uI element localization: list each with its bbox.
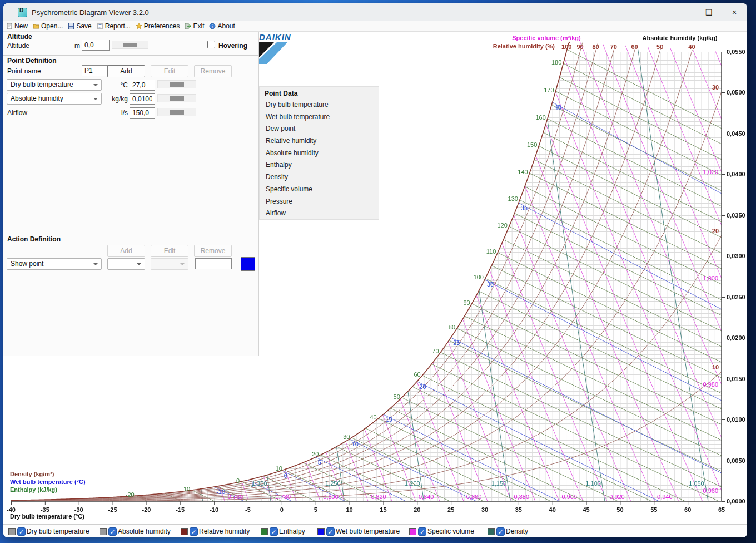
- enthalpy-axis-title: Enthalpy (kJ/kg): [10, 486, 57, 493]
- new-file-icon: [6, 23, 13, 29]
- density-checkbox[interactable]: ✓: [496, 527, 505, 536]
- action-definition-header: Action Definition: [7, 235, 61, 243]
- menu-report[interactable]: Report...: [97, 22, 131, 30]
- action-type-select[interactable]: Show point: [7, 258, 102, 270]
- coordinate1-unit: °C: [108, 81, 128, 89]
- report-icon: [97, 23, 103, 29]
- save-icon: [68, 23, 74, 29]
- point-data-item: Pressure: [260, 196, 379, 208]
- legend-wet-bulb: ✓ Wet bulb temperature: [317, 525, 400, 537]
- coordinate2-select[interactable]: Absolute humidity: [7, 93, 102, 105]
- dry-bulb-color-swatch: [8, 528, 16, 535]
- control-panel: Altitude Altitude m Hovering Point Defin…: [3, 32, 259, 356]
- action-color-swatch[interactable]: [241, 257, 255, 271]
- wet-bulb-checkbox[interactable]: ✓: [326, 527, 335, 536]
- altitude-label: Altitude: [7, 42, 29, 50]
- x-axis-title: Dry bulb temperature (°C): [10, 513, 84, 520]
- chevron-down-icon: [137, 263, 141, 265]
- coordinate2-slider[interactable]: [157, 94, 196, 102]
- coordinate1-select[interactable]: Dry bulb temperature: [7, 79, 102, 91]
- coordinate1-slider[interactable]: [157, 80, 196, 88]
- action-target-select[interactable]: [151, 258, 188, 270]
- legend-density: ✓ Density: [488, 525, 528, 537]
- remove-point-button[interactable]: Remove: [194, 65, 232, 77]
- airflow-unit: l/s: [108, 109, 128, 117]
- menu-open[interactable]: Open...: [33, 22, 63, 30]
- point-definition-header: Point Definition: [7, 57, 57, 65]
- svg-text:i: i: [212, 24, 213, 29]
- legend-dry-bulb: ✓ Dry bulb temperature: [8, 525, 89, 537]
- specific-volume-checkbox[interactable]: ✓: [418, 527, 426, 536]
- window-title: Psychrometric Diagram Viewer 3.2.0: [32, 8, 149, 17]
- enthalpy-color-swatch: [261, 528, 268, 535]
- daikin-logo: DAIKIN: [259, 32, 300, 63]
- altitude-header: Altitude: [7, 33, 32, 41]
- coordinate2-unit: kg/kg: [108, 95, 128, 103]
- wet-bulb-color-swatch: [317, 528, 325, 535]
- chevron-down-icon: [93, 263, 98, 265]
- menu-exit[interactable]: Exit: [185, 22, 204, 30]
- about-icon: i: [209, 23, 216, 29]
- menu-bar: New Open... Save Report... Preferences E…: [3, 21, 747, 32]
- menu-about[interactable]: i About: [209, 22, 235, 30]
- point-data-item: Specific volume: [260, 184, 379, 196]
- action-point-select[interactable]: [107, 258, 145, 270]
- legend-absolute-humidity: ✓ Absolute humidity: [100, 525, 171, 537]
- point-name-input[interactable]: [82, 65, 108, 76]
- altitude-unit: m: [74, 42, 80, 50]
- specific-volume-axis-title: Specific volume (m³/kg): [480, 34, 613, 41]
- menu-preferences[interactable]: Preferences: [136, 22, 180, 30]
- daikin-logo-mark: [259, 42, 298, 64]
- legend-enthalpy: ✓ Enthalpy: [261, 525, 305, 537]
- app-window: D Psychrometric Diagram Viewer 3.2.0 — ❑…: [3, 3, 747, 537]
- airflow-slider[interactable]: [157, 108, 196, 116]
- point-data-panel: Point Data Dry bulb temperature Wet bulb…: [259, 86, 379, 220]
- add-point-button[interactable]: Add: [107, 65, 145, 77]
- legend-specific-volume: ✓ Specific volume: [409, 525, 474, 537]
- maximize-button[interactable]: ❑: [696, 3, 722, 21]
- airflow-input[interactable]: [130, 107, 155, 119]
- minimize-button[interactable]: —: [670, 3, 696, 21]
- legend-bar: ✓ Dry bulb temperature ✓ Absolute humidi…: [3, 524, 747, 537]
- relative-humidity-checkbox[interactable]: ✓: [190, 527, 198, 536]
- open-folder-icon: [33, 23, 39, 29]
- airflow-label: Airflow: [7, 109, 27, 117]
- point-data-item: Enthalpy: [260, 159, 379, 171]
- wet-bulb-axis-title: Wet bulb temperature (°C): [10, 478, 86, 485]
- relative-humidity-color-swatch: [181, 528, 188, 535]
- point-data-item: Wet bulb temperature: [260, 111, 379, 124]
- action-value-input[interactable]: [195, 258, 232, 269]
- point-data-item: Dew point: [260, 123, 379, 135]
- absolute-humidity-checkbox[interactable]: ✓: [108, 527, 117, 536]
- absolute-humidity-axis-title: Absolute humidity (kg/kg): [613, 34, 747, 41]
- add-action-button[interactable]: Add: [107, 245, 145, 257]
- point-data-item: Airflow: [260, 208, 379, 220]
- hovering-label: Hovering: [218, 42, 247, 50]
- density-color-swatch: [488, 528, 495, 535]
- enthalpy-checkbox[interactable]: ✓: [270, 527, 278, 536]
- point-data-item: Dry bulb temperature: [260, 99, 379, 111]
- remove-action-button[interactable]: Remove: [194, 245, 232, 257]
- altitude-input[interactable]: [82, 40, 110, 51]
- hovering-checkbox[interactable]: [207, 41, 215, 48]
- dry-bulb-checkbox[interactable]: ✓: [17, 527, 26, 536]
- chart-area: Specific volume (m³/kg) Relative humidit…: [3, 32, 747, 524]
- title-bar: D Psychrometric Diagram Viewer 3.2.0 — ❑…: [3, 3, 747, 21]
- relative-humidity-axis-title: Relative humidity (%): [448, 43, 555, 50]
- point-data-header: Point Data: [260, 87, 379, 99]
- close-button[interactable]: ×: [722, 3, 747, 21]
- point-data-item: Relative humidity: [260, 135, 379, 147]
- menu-new[interactable]: New: [6, 22, 28, 30]
- specific-volume-color-swatch: [409, 528, 416, 535]
- menu-save[interactable]: Save: [68, 22, 91, 30]
- chevron-down-icon: [93, 98, 98, 100]
- legend-relative-humidity: ✓ Relative humidity: [181, 525, 250, 537]
- coordinate1-input[interactable]: [130, 80, 155, 91]
- altitude-slider[interactable]: [112, 41, 148, 49]
- edit-point-button[interactable]: Edit: [151, 65, 188, 77]
- edit-action-button[interactable]: Edit: [151, 245, 188, 257]
- coordinate2-input[interactable]: [130, 93, 155, 105]
- point-data-item: Density: [260, 171, 379, 184]
- absolute-humidity-color-swatch: [100, 528, 107, 535]
- chevron-down-icon: [93, 84, 98, 86]
